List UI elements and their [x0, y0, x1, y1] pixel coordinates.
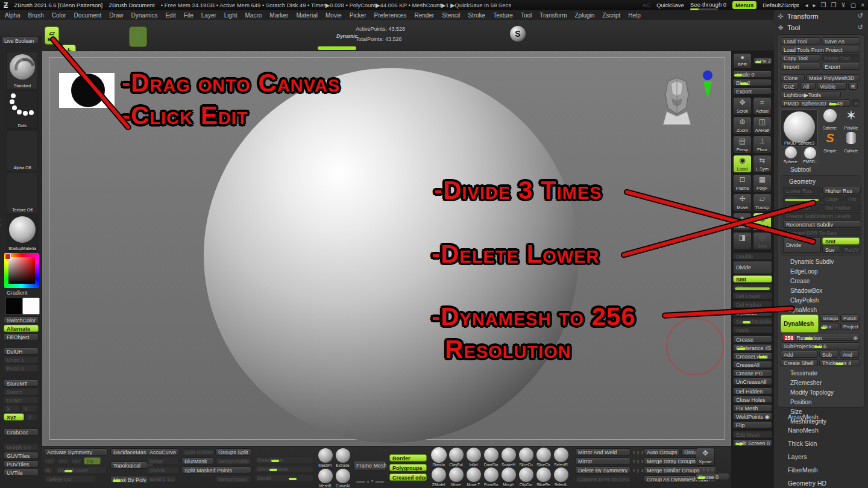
subprojection-slider[interactable]: SubProjection 0.6: [781, 342, 860, 349]
undo-1-button[interactable]: Undo 1: [4, 356, 39, 363]
close-icon[interactable]: ×: [861, 2, 864, 8]
inflat-thumb[interactable]: Inflat: [465, 448, 482, 467]
smoothsubdiv-slider[interactable]: SmoothSubdiv: [733, 318, 772, 325]
xyz-button[interactable]: Xyz: [4, 413, 24, 421]
crease-button[interactable]: Crease: [733, 336, 772, 343]
tool-thumb-simplebrush[interactable]: S Simple: [820, 132, 840, 154]
position-section[interactable]: Position: [781, 397, 861, 407]
slicecir-thumb[interactable]: SliceCir: [535, 448, 552, 467]
edit-menu[interactable]: Edit: [162, 12, 179, 19]
smt-button[interactable]: Smt: [733, 275, 772, 283]
ctolerance-45-slider[interactable]: CTolerance 45: [733, 344, 772, 351]
blur-slider[interactable]: Blur 2: [733, 79, 772, 86]
layer-menu[interactable]: Layer: [198, 12, 220, 19]
texture-menu[interactable]: Texture: [489, 12, 517, 19]
marker-menu[interactable]: Marker: [266, 12, 292, 19]
transp-button[interactable]: ▱Transp: [753, 193, 772, 211]
default-zscript-button[interactable]: DefaultZScript: [763, 2, 799, 8]
flip-button[interactable]: Flip: [733, 421, 772, 428]
meshb-thumb[interactable]: MeshB: [317, 469, 333, 488]
layers-section[interactable]: Layers: [777, 450, 865, 463]
current-stroke-thumb[interactable]: Dots: [7, 90, 38, 129]
uvtile-button[interactable]: UVTile: [4, 469, 39, 476]
panel-icon-1[interactable]: ❐: [820, 2, 826, 8]
weldpoints-button[interactable]: WeldPoints ◉: [733, 413, 772, 420]
storemt-button[interactable]: StoreMT: [4, 380, 39, 387]
x-button[interactable]: X: [4, 405, 20, 412]
sym-fl-button[interactable]: (fl): [44, 466, 54, 474]
panel-icon-2[interactable]: ❐: [831, 2, 836, 8]
frame-mesh-button[interactable]: Frame Mesh: [353, 461, 387, 471]
visible-button[interactable]: Visible: [817, 83, 847, 90]
frame-mesh-scroll[interactable]: ▬▬ ▲▼ ▬▬: [353, 479, 387, 483]
panel-collapse-arrow[interactable]: ‹›: [0, 217, 2, 228]
active-tool-thumb[interactable]: PM3D_Sphere3: [781, 109, 818, 146]
del-lower-button[interactable]: Del Lower: [733, 292, 772, 299]
create-shell-button[interactable]: Create Shell: [781, 359, 818, 366]
delete-by-symmetry-button[interactable]: Delete By Symmetry: [575, 466, 631, 474]
polygroups-button[interactable]: Polygroups: [389, 464, 427, 471]
rst-button[interactable]: Rst: [845, 195, 860, 202]
alternate-button[interactable]: Alternate: [4, 325, 39, 332]
texture-thumb[interactable]: Texture Off: [7, 172, 38, 213]
tool-thumb-pm3d[interactable]: PM3D_: [801, 146, 819, 164]
menus-button[interactable]: Menus: [732, 1, 756, 9]
brush-menu[interactable]: Brush: [25, 12, 48, 19]
solo-button[interactable]: ◎Solo: [753, 232, 772, 250]
add-button[interactable]: Add: [781, 351, 818, 358]
xpose-button[interactable]: ✥ Xpose: [696, 448, 715, 466]
file-menu[interactable]: File: [180, 12, 197, 19]
section-geometry[interactable]: Geometry: [783, 178, 859, 187]
fillobject-button[interactable]: FillObject: [4, 333, 39, 340]
arraymesh-section[interactable]: ArrayMesh: [777, 410, 865, 424]
sdiv-slider[interactable]: SDiv: [783, 195, 821, 202]
aahalf-button[interactable]: ◫AAHalf: [753, 116, 772, 134]
reconstruct-subdiv-button[interactable]: Reconstruct Subdiv: [783, 221, 861, 228]
higher-res-button[interactable]: Higher Res: [822, 187, 861, 194]
zscript-menu[interactable]: Zscript: [599, 12, 624, 19]
zoom-button[interactable]: ⊕Zoom: [733, 116, 752, 134]
split-hidden-button[interactable]: Split Hidden: [181, 448, 214, 455]
load-tool-button[interactable]: Load Tool: [781, 37, 820, 45]
stroke-menu[interactable]: Stroke: [464, 12, 489, 19]
standa-thumb[interactable]: Standa: [430, 448, 447, 467]
transform-menu[interactable]: Transform: [536, 12, 570, 19]
dynamic-label[interactable]: Dynamic: [336, 33, 357, 39]
export-button[interactable]: Export: [822, 63, 860, 70]
weld-button[interactable]: Weld: [146, 475, 163, 483]
groups-split-button[interactable]: Groups Split: [215, 448, 251, 455]
redo-0-button[interactable]: Redo 0: [4, 364, 39, 372]
switchcolor-button[interactable]: SwitchColor: [4, 316, 39, 324]
section-subtool[interactable]: Subtool: [781, 164, 861, 174]
uv-button[interactable]: Uv: [165, 475, 177, 483]
tool-reset-icon[interactable]: ↺: [858, 23, 863, 31]
del-higher-button[interactable]: Del Higher: [733, 301, 772, 308]
mirror-button[interactable]: Mirror: [575, 457, 631, 465]
radial-count-slider[interactable]: RadialCount: [55, 466, 107, 474]
live-boolean-button[interactable]: Live Boolean: [1, 37, 39, 44]
shadowbox-section[interactable]: ShadowBox: [781, 286, 861, 295]
auto-groups-button[interactable]: Auto Groups: [644, 448, 680, 455]
mirror-and-weld-button[interactable]: Mirror And Weld: [575, 448, 631, 455]
transform-palette-header[interactable]: ✜ Transform ↺: [774, 10, 868, 22]
lower-res-button[interactable]: Lower Res: [783, 187, 821, 194]
geometry-hd-section[interactable]: Geometry HD: [777, 477, 865, 488]
guvtiles-button[interactable]: GUVTiles: [4, 452, 39, 459]
picker-menu[interactable]: Picker: [346, 12, 370, 19]
brush-intensity-icon[interactable]: ◎: [129, 27, 147, 47]
light-menu[interactable]: Light: [221, 12, 241, 19]
minimize-icon[interactable]: ⊻: [841, 2, 845, 8]
lightbox-tools-button[interactable]: Lightbox▶Tools: [781, 91, 841, 98]
resolution-slider[interactable]: Resolution: [254, 456, 313, 463]
modify-topology-section[interactable]: Modify Topology: [781, 387, 861, 397]
delete-sym-xyz-toggles[interactable]: x y z: [633, 468, 644, 472]
tool-thumb-cylinder[interactable]: Cylinde: [841, 132, 861, 154]
zremesher-section[interactable]: ZRemesher: [781, 378, 861, 387]
collapse-right-icon[interactable]: ▸: [813, 2, 816, 8]
dynamics-menu[interactable]: Dynamics: [128, 12, 162, 19]
save-as-button[interactable]: Save As: [822, 37, 860, 45]
edgeloop-section[interactable]: EdgeLoop: [781, 266, 861, 276]
tool-palette-header[interactable]: ❖ Tool ↺: [774, 22, 868, 33]
color-picker-square[interactable]: [8, 257, 35, 284]
sym-y-button[interactable]: >Y<: [57, 457, 69, 465]
